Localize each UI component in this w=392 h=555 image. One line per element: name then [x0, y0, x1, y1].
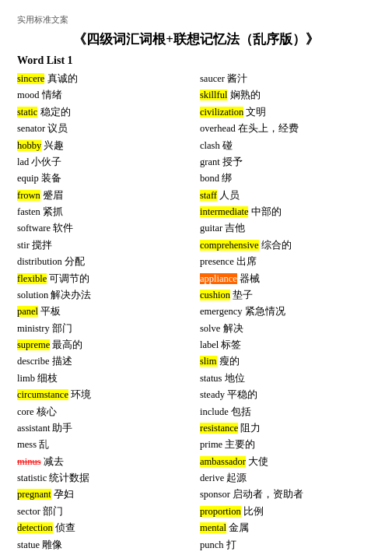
- list-item: overhead 在头上，经费: [200, 121, 375, 136]
- list-item: sponsor 启动者，资助者: [200, 487, 375, 502]
- list-item: guitar 吉他: [200, 221, 375, 236]
- word: limb: [17, 373, 35, 384]
- meaning: 中部的: [248, 206, 281, 217]
- meaning: 启动者，资助者: [230, 489, 303, 500]
- list-item: skillful 娴熟的: [200, 88, 375, 103]
- list-item: steady 平稳的: [200, 388, 375, 402]
- word: solution: [17, 290, 48, 300]
- list-item: statistic 统计数据: [17, 471, 192, 486]
- word: saucer: [200, 73, 225, 84]
- word: staff: [200, 190, 217, 201]
- list-item: appliance 器械: [200, 272, 375, 286]
- word: circumstance: [17, 389, 68, 400]
- list-item: static 稳定的: [17, 105, 192, 120]
- meaning: 侦查: [53, 522, 75, 533]
- word: assistant: [17, 423, 50, 434]
- list-item: label 标签: [200, 338, 375, 353]
- word: mental: [200, 522, 226, 533]
- meaning: 紧抓: [40, 206, 63, 217]
- list-item: proportion 比例: [200, 504, 375, 519]
- word: distribution: [17, 256, 62, 267]
- word: punch: [200, 539, 224, 550]
- meaning: 碰: [220, 140, 233, 151]
- word: static: [17, 107, 37, 118]
- meaning: 助手: [50, 423, 72, 434]
- word: slim: [200, 356, 217, 367]
- meaning: 出席: [234, 256, 257, 267]
- word: comprehensive: [200, 240, 259, 251]
- list-item: intermediate 中部的: [200, 205, 375, 220]
- word: derive: [200, 472, 224, 483]
- meaning: 孕妇: [51, 489, 74, 500]
- word-list-title: Word List 1: [17, 54, 375, 67]
- list-item: resistance 阻力: [200, 421, 375, 436]
- list-item: ambassador 大使: [200, 455, 375, 469]
- word: core: [17, 406, 34, 417]
- list-item: statue 雕像: [17, 538, 192, 553]
- word: clash: [200, 140, 220, 151]
- word: steady: [200, 389, 225, 400]
- word: prime: [200, 439, 222, 450]
- meaning: 议员: [45, 123, 68, 134]
- word: equip: [17, 173, 39, 184]
- word: solve: [200, 323, 220, 334]
- word: panel: [17, 306, 38, 317]
- meaning: 垫子: [230, 290, 253, 300]
- list-item: hobby 兴趣: [17, 139, 192, 153]
- list-item: cushion 垫子: [200, 288, 375, 303]
- meaning: 分配: [62, 256, 85, 267]
- list-item: mental 金属: [200, 521, 375, 536]
- meaning: 描述: [50, 356, 72, 367]
- meaning: 雕像: [40, 539, 62, 550]
- meaning: 包括: [229, 406, 251, 417]
- meaning: 平板: [38, 306, 61, 317]
- list-item: fasten 紧抓: [17, 205, 192, 220]
- word: mess: [17, 439, 37, 450]
- list-item: slim 瘦的: [200, 354, 375, 369]
- word: sincere: [17, 73, 44, 84]
- word: flexible: [17, 273, 47, 284]
- list-item: ministry 部门: [17, 321, 192, 336]
- meaning: 装备: [39, 173, 61, 184]
- meaning: 小伙子: [29, 156, 61, 167]
- meaning: 吉他: [222, 223, 245, 234]
- meaning: 瘦的: [217, 356, 240, 367]
- meaning: 综合的: [259, 240, 292, 251]
- word: sector: [17, 506, 40, 517]
- word: emergency: [200, 306, 243, 317]
- meaning: 稳定的: [37, 107, 70, 118]
- list-item: limb 细枝: [17, 371, 192, 386]
- list-item: pregnant 孕妇: [17, 487, 192, 502]
- meaning: 蹙眉: [40, 190, 63, 201]
- word: proportion: [200, 506, 241, 517]
- word: mood: [17, 90, 39, 100]
- list-item: prime 主要的: [200, 437, 375, 452]
- list-item: bond 绑: [200, 171, 375, 186]
- meaning: 授予: [220, 156, 243, 167]
- word: label: [200, 339, 219, 350]
- meaning: 绑: [219, 173, 232, 184]
- meaning: 标签: [219, 339, 241, 350]
- word: ambassador: [200, 456, 246, 467]
- list-item: equip 装备: [17, 171, 192, 186]
- list-item: derive 起源: [200, 471, 375, 486]
- word-columns: sincere 真诚的mood 情绪static 稳定的senator 议员ho…: [17, 72, 375, 555]
- list-item: include 包括: [200, 405, 375, 420]
- meaning: 乱: [37, 439, 49, 450]
- word: civilization: [200, 107, 243, 118]
- meaning: 解决办法: [48, 290, 91, 300]
- list-item: lad 小伙子: [17, 155, 192, 170]
- word: overhead: [200, 123, 236, 134]
- list-item: punch 打: [200, 538, 375, 553]
- list-item: presence 出席: [200, 255, 375, 269]
- list-item: frown 蹙眉: [17, 188, 192, 203]
- word: stir: [17, 240, 30, 251]
- meaning: 地位: [222, 373, 244, 384]
- list-item: solve 解决: [200, 321, 375, 336]
- list-item: minus 减去: [17, 455, 192, 469]
- meaning: 可调节的: [47, 273, 89, 284]
- meaning: 在头上，经费: [236, 123, 299, 134]
- list-item: mood 情绪: [17, 88, 192, 103]
- list-item: senator 议员: [17, 121, 192, 136]
- list-item: flexible 可调节的: [17, 272, 192, 286]
